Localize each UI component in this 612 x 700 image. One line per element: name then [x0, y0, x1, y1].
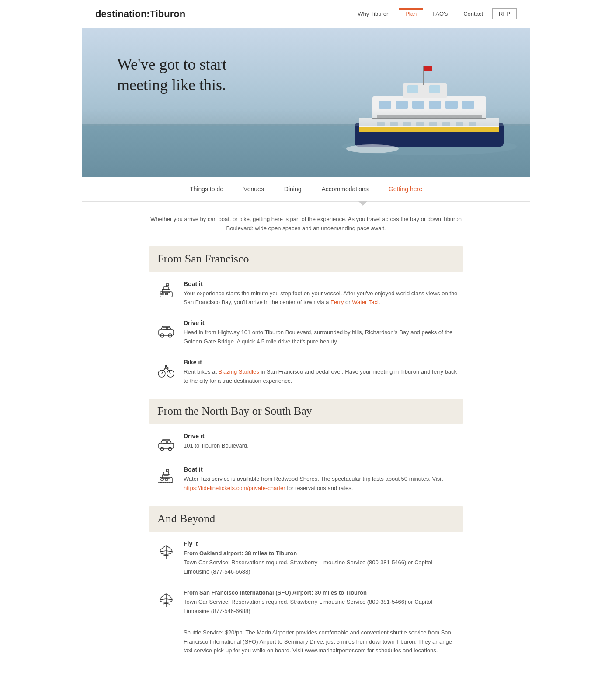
ns-boat-text: Boat it Water Taxi service is available …	[179, 466, 459, 493]
beyond-fly-oakland-item: Fly it From Oakland airport: 38 miles to…	[149, 540, 463, 576]
svg-rect-14	[423, 66, 424, 85]
nav-rfp[interactable]: RFP	[492, 8, 517, 19]
bike-icon	[153, 359, 179, 380]
main-nav: Why Tiburon Plan FAQ's Contact RFP	[351, 8, 517, 20]
svg-rect-3	[359, 127, 499, 132]
hero-text: We've got to start meeting like this.	[117, 54, 227, 95]
plane-icon-oakland	[153, 540, 179, 561]
intro-paragraph: Whether you arrive by car, boat, or bike…	[149, 215, 463, 233]
nav-why-tiburon[interactable]: Why Tiburon	[351, 8, 396, 20]
site-header: destination:Tiburon Why Tiburon Plan FAQ…	[82, 0, 530, 28]
sub-navigation: Things to do Venues Dining Accommodation…	[82, 177, 530, 202]
sub-nav-arrow	[358, 201, 367, 206]
beyond-shuttle-item: Shuttle Service: $20/pp. The Marin Airpo…	[149, 628, 463, 655]
nav-contact[interactable]: Contact	[457, 8, 490, 20]
section-sf: From San Francisco Boat it You	[149, 246, 463, 386]
sf-drive-desc: Head in from Highway 101 onto Tiburon Bo…	[184, 328, 459, 346]
section-sf-title: From San Francisco	[157, 252, 455, 266]
ns-drive-desc: 101 to Tiburon Boulevard.	[184, 441, 459, 451]
beyond-fly-oakland-text: Fly it From Oakland airport: 38 miles to…	[179, 540, 459, 576]
logo-prefix: destination:	[95, 8, 150, 19]
svg-rect-12	[407, 85, 418, 93]
car-icon-sf	[153, 319, 179, 340]
main-content: Whether you arrive by car, boat, or bike…	[140, 202, 472, 695]
boat-icon	[153, 280, 179, 301]
svg-rect-8	[429, 101, 441, 108]
logo-bold: Tiburon	[150, 8, 185, 19]
svg-rect-54	[161, 479, 163, 480]
section-northsouth-title: From the North Bay or South Bay	[157, 405, 455, 418]
nav-plan[interactable]: Plan	[399, 8, 423, 20]
subnav-dining[interactable]: Dining	[281, 184, 305, 194]
ns-boat-desc: Water Taxi service is available from Red…	[184, 475, 459, 493]
ferry-link[interactable]: Ferry	[330, 299, 344, 305]
section-northsouth-header: From the North Bay or South Bay	[149, 399, 463, 424]
section-northsouth: From the North Bay or South Bay Drive it…	[149, 399, 463, 493]
sf-boat-text: Boat it Your experience starts the minut…	[179, 280, 459, 308]
sf-bike-desc: Rent bikes at Blazing Saddles in San Fra…	[184, 368, 459, 386]
svg-rect-47	[167, 441, 170, 443]
svg-rect-33	[161, 293, 163, 295]
svg-rect-52	[166, 469, 169, 471]
svg-rect-34	[165, 293, 168, 295]
beyond-fly-sfo-desc: From San Francisco International (SFO) A…	[184, 588, 459, 616]
svg-point-36	[160, 334, 164, 337]
sf-boat-desc: Your experience starts the minute you st…	[184, 289, 459, 308]
beyond-fly-sfo-item: From San Francisco International (SFO) A…	[149, 588, 463, 616]
water-taxi-link[interactable]: Water Taxi	[352, 299, 379, 305]
svg-point-37	[168, 334, 172, 337]
svg-rect-5	[379, 101, 391, 108]
beyond-fly-oakland-subtitle: From Oakland airport: 38 miles to Tiburo…	[184, 549, 459, 576]
svg-rect-15	[424, 66, 432, 71]
svg-rect-9	[445, 101, 458, 108]
car-icon-ns	[153, 433, 179, 454]
hero-section: We've got to start meeting like this.	[82, 28, 530, 177]
svg-rect-6	[396, 101, 408, 108]
sf-bike-title: Bike it	[184, 359, 459, 366]
blazing-saddles-link[interactable]: Blazing Saddles	[219, 368, 259, 375]
section-beyond-title: And Beyond	[157, 512, 455, 525]
ns-drive-item: Drive it 101 to Tiburon Boulevard.	[149, 433, 463, 454]
sf-boat-title: Boat it	[184, 280, 459, 287]
sf-bike-item: Bike it Rent bikes at Blazing Saddles in…	[149, 359, 463, 386]
tideline-link[interactable]: https://tidelinetickets.com/private-char…	[184, 485, 285, 491]
svg-rect-55	[165, 479, 168, 480]
ns-drive-text: Drive it 101 to Tiburon Boulevard.	[179, 433, 459, 451]
svg-rect-39	[167, 327, 170, 330]
sf-drive-text: Drive it Head in from Highway 101 onto T…	[179, 319, 459, 346]
sf-boat-item: Boat it Your experience starts the minut…	[149, 280, 463, 308]
svg-rect-46	[163, 441, 167, 443]
svg-rect-31	[166, 284, 169, 286]
subnav-getting-here[interactable]: Getting here	[385, 184, 426, 194]
beyond-shuttle-desc: Shuttle Service: $20/pp. The Marin Airpo…	[184, 628, 459, 655]
beyond-fly-sfo-text: From San Francisco International (SFO) A…	[179, 588, 459, 616]
subnav-venues[interactable]: Venues	[240, 184, 268, 194]
svg-point-44	[160, 447, 164, 451]
sf-bike-text: Bike it Rent bikes at Blazing Saddles in…	[179, 359, 459, 386]
svg-point-45	[168, 447, 172, 451]
section-beyond: And Beyond Fly it From Oakland airport: …	[149, 506, 463, 655]
svg-point-18	[346, 144, 399, 153]
subnav-accommodations[interactable]: Accommodations	[318, 184, 372, 194]
svg-point-42	[165, 365, 167, 367]
section-beyond-header: And Beyond	[149, 506, 463, 532]
sf-drive-item: Drive it Head in from Highway 101 onto T…	[149, 319, 463, 346]
svg-rect-10	[462, 101, 474, 108]
sf-drive-title: Drive it	[184, 319, 459, 326]
ns-drive-title: Drive it	[184, 433, 459, 440]
site-logo: destination:Tiburon	[95, 8, 185, 20]
section-sf-header: From San Francisco	[149, 246, 463, 272]
svg-rect-38	[163, 327, 167, 330]
hero-heading: We've got to start meeting like this.	[117, 54, 227, 95]
subnav-things-to-do[interactable]: Things to do	[186, 184, 227, 194]
plane-icon-sfo	[153, 588, 179, 609]
hero-skyline	[82, 109, 530, 126]
ns-boat-item: Boat it Water Taxi service is available …	[149, 466, 463, 493]
beyond-fly-oakland-title: Fly it	[184, 540, 459, 547]
beyond-shuttle-text: Shuttle Service: $20/pp. The Marin Airpo…	[179, 628, 459, 655]
ns-boat-title: Boat it	[184, 466, 459, 473]
boat-icon-ns	[153, 466, 179, 487]
nav-faqs[interactable]: FAQ's	[426, 8, 454, 20]
svg-rect-13	[429, 85, 440, 93]
shuttle-icon-placeholder	[153, 628, 179, 630]
